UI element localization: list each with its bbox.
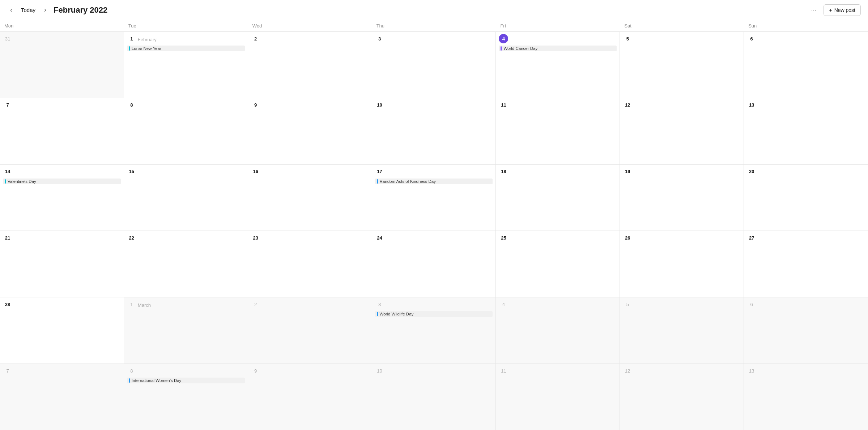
day-num-container: 12 <box>623 100 741 111</box>
day-cell[interactable]: 3 <box>372 32 496 98</box>
event-item[interactable]: Random Acts of Kindness Day <box>375 179 493 184</box>
day-cell[interactable]: 25 <box>496 231 620 297</box>
new-post-button[interactable]: + New post <box>824 4 861 16</box>
day-cell[interactable]: 19 <box>620 165 744 231</box>
day-cell[interactable]: 7 <box>0 98 124 164</box>
day-num-container: 9 <box>251 100 369 111</box>
day-cell[interactable]: 23 <box>248 231 372 297</box>
day-cell[interactable]: 7 <box>0 364 124 430</box>
day-cell[interactable]: 15 <box>124 165 248 231</box>
day-num-container: 20 <box>747 167 865 178</box>
day-cell[interactable]: 28 <box>0 297 124 364</box>
event-label: Valentine's Day <box>8 179 36 184</box>
day-cell[interactable]: 10 <box>372 364 496 430</box>
day-num-container: 16 <box>251 167 369 178</box>
day-num-container: 2 <box>251 300 369 310</box>
day-num-container: 10 <box>375 100 493 111</box>
week-row: 78International Women's Day910111213 <box>0 364 868 430</box>
day-cell[interactable]: 24 <box>372 231 496 297</box>
day-cell[interactable]: 14Valentine's Day <box>0 165 124 231</box>
day-number: 9 <box>251 366 260 375</box>
day-cell[interactable]: 8 <box>124 98 248 164</box>
day-cell[interactable]: 2 <box>248 32 372 98</box>
day-number: 6 <box>747 34 756 43</box>
day-cell[interactable]: 12 <box>620 98 744 164</box>
event-item[interactable]: World Wildlife Day <box>375 311 493 317</box>
day-cell[interactable]: 9 <box>248 98 372 164</box>
day-number: 14 <box>3 167 12 176</box>
day-cell[interactable]: 1FebruaryLunar New Year <box>124 32 248 98</box>
day-num-container: 12 <box>623 366 741 377</box>
day-header-sun: Sun <box>744 20 868 31</box>
today-button[interactable]: Today <box>18 5 38 14</box>
event-item[interactable]: Lunar New Year <box>127 46 245 51</box>
more-button[interactable]: ··· <box>808 5 819 15</box>
day-header-tue: Tue <box>124 20 248 31</box>
day-cell[interactable]: 13 <box>744 98 868 164</box>
day-cell[interactable]: 4 <box>496 297 620 364</box>
day-header-thu: Thu <box>372 20 496 31</box>
day-num-container: 8 <box>127 366 245 377</box>
day-cell[interactable]: 8International Women's Day <box>124 364 248 430</box>
day-cell[interactable]: 21 <box>0 231 124 297</box>
day-cell[interactable]: 6 <box>744 297 868 364</box>
day-number: 16 <box>251 167 260 176</box>
day-cell[interactable]: 4World Cancer Day <box>496 32 620 98</box>
day-header-sat: Sat <box>620 20 744 31</box>
day-cell[interactable]: 16 <box>248 165 372 231</box>
day-num-container: 6 <box>747 300 865 310</box>
day-header-fri: Fri <box>496 20 620 31</box>
day-cell[interactable]: 20 <box>744 165 868 231</box>
day-number: 17 <box>375 167 384 176</box>
day-cell[interactable]: 10 <box>372 98 496 164</box>
day-number: 5 <box>623 34 632 43</box>
event-bar <box>501 46 502 51</box>
prev-button[interactable]: ‹ <box>7 5 15 15</box>
day-num-container: 9 <box>251 366 369 377</box>
day-num-container: 4 <box>499 300 617 310</box>
day-number: 15 <box>127 167 136 176</box>
day-cell[interactable]: 9 <box>248 364 372 430</box>
day-num-container: 3 <box>375 34 493 45</box>
header-right: ··· + New post <box>808 4 861 16</box>
week-row: 78910111213 <box>0 98 868 165</box>
day-num-container: 13 <box>747 366 865 377</box>
day-cell[interactable]: 31 <box>0 32 124 98</box>
day-cell[interactable]: 11 <box>496 98 620 164</box>
day-number: 10 <box>375 366 384 375</box>
day-cell[interactable]: 2 <box>248 297 372 364</box>
day-cell[interactable]: 22 <box>124 231 248 297</box>
new-post-label: New post <box>834 7 855 13</box>
day-num-container: 31 <box>3 34 121 45</box>
day-num-container: 8 <box>127 100 245 111</box>
day-cell[interactable]: 12 <box>620 364 744 430</box>
day-header-mon: Mon <box>0 20 124 31</box>
day-number: 2 <box>251 300 260 309</box>
day-cell[interactable]: 5 <box>620 32 744 98</box>
day-cell[interactable]: 3World Wildlife Day <box>372 297 496 364</box>
day-number: 31 <box>3 34 12 43</box>
day-cell[interactable]: 27 <box>744 231 868 297</box>
day-number: 11 <box>499 100 508 110</box>
day-cell[interactable]: 1March <box>124 297 248 364</box>
day-cell[interactable]: 18 <box>496 165 620 231</box>
day-number: 1 <box>127 34 136 43</box>
week-row: 281March23World Wildlife Day456 <box>0 297 868 364</box>
day-cell[interactable]: 17Random Acts of Kindness Day <box>372 165 496 231</box>
event-item[interactable]: Valentine's Day <box>3 179 121 184</box>
month-title: February 2022 <box>54 5 107 15</box>
event-bar <box>377 312 378 316</box>
day-cell[interactable]: 11 <box>496 364 620 430</box>
day-cell[interactable]: 5 <box>620 297 744 364</box>
day-num-container: 6 <box>747 34 865 45</box>
day-cell[interactable]: 6 <box>744 32 868 98</box>
day-number: 5 <box>623 300 632 309</box>
month-label: March <box>138 302 151 308</box>
event-item[interactable]: International Women's Day <box>127 378 245 383</box>
event-label: Lunar New Year <box>132 46 161 51</box>
day-cell[interactable]: 26 <box>620 231 744 297</box>
day-num-container: 5 <box>623 34 741 45</box>
next-button[interactable]: › <box>41 5 49 15</box>
event-item[interactable]: World Cancer Day <box>499 46 617 51</box>
day-cell[interactable]: 13 <box>744 364 868 430</box>
